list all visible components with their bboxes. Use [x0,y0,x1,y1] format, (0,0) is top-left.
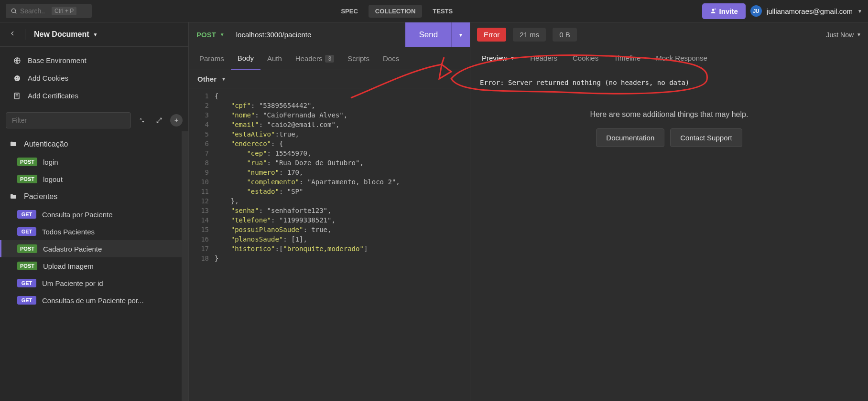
tab-scripts[interactable]: Scripts [341,47,376,70]
send-dropdown[interactable]: ▼ [451,22,470,47]
sidebar-item-add-cookies[interactable]: Add Cookies [0,69,188,87]
tab-headers[interactable]: Headers 3 [289,47,341,70]
method-badge: GET [17,296,36,305]
sidebar-scrollbar[interactable] [182,131,188,401]
method-badge: POST [17,262,37,270]
tree-item-label: login [43,158,58,166]
topbar-center-tabs: SPEC COLLECTION TESTS [92,5,702,18]
svg-point-5 [14,75,20,81]
invite-label: Invite [719,7,738,15]
tab-params[interactable]: Params [193,47,231,70]
method-badge: POST [17,158,37,166]
search-box[interactable]: Ctrl + P [6,4,92,18]
folder-autenticacao[interactable]: Autenticação [0,135,182,153]
tab-cookies[interactable]: Cookies [565,47,606,69]
svg-point-7 [18,77,19,78]
line-gutter: 123456789101112131415161718 [189,88,213,401]
tab-auth[interactable]: Auth [260,47,289,70]
chevron-down-icon: ▼ [221,76,226,82]
doc-title-dropdown[interactable]: New Document ▼ [34,30,98,39]
svg-point-6 [16,77,17,78]
chevron-down-icon: ▼ [857,32,861,37]
body-type-label: Other [197,75,217,83]
method-badge: POST [17,175,37,183]
tab-mock[interactable]: Mock Response [648,47,715,69]
search-input[interactable] [20,7,49,15]
divider [25,29,25,40]
invite-button[interactable]: Invite [702,3,746,19]
expand-icon [156,117,163,124]
sidebar-item-add-certificates[interactable]: Add Certificates [0,87,188,105]
response-body: Error: Server returned nothing (no heade… [470,69,868,401]
expand-button[interactable] [153,114,165,127]
filter-input[interactable] [6,112,131,128]
search-shortcut: Ctrl + P [52,7,76,15]
tab-body[interactable]: Body [231,47,260,70]
tree-item-consulta-paciente[interactable]: GET Consulta por Paciente [0,206,182,223]
sidebar-item-label: Base Environment [28,56,87,64]
folder-pacientes[interactable]: Pacientes [0,188,182,206]
tab-timeline[interactable]: Timeline [606,47,648,69]
method-label: POST [196,31,216,39]
tree-item-upload-imagem[interactable]: POST Upload Imagem [0,257,182,274]
back-button[interactable] [9,30,16,40]
error-message: Error: Server returned nothing (no heade… [480,79,858,86]
url-input[interactable] [232,31,406,39]
sidebar-item-label: Add Cookies [28,74,68,82]
tab-spec[interactable]: SPEC [334,5,364,18]
code-content[interactable]: { "cpf": "53895654442", "nome": "CaioFer… [213,88,470,401]
contact-support-button[interactable]: Contact Support [670,128,742,147]
user-menu-chevron-icon[interactable]: ▼ [857,9,862,14]
cookie-icon [13,74,21,82]
request-tree: Autenticação POST login POST logout Paci… [0,131,182,401]
chevron-down-icon: ▼ [458,32,463,38]
tree-item-login[interactable]: POST login [0,153,182,170]
tab-preview[interactable]: Preview ▼ [474,47,522,69]
tab-docs[interactable]: Docs [376,47,406,70]
tree-item-label: logout [43,175,63,183]
filter-row [0,109,188,131]
tree-item-consultas-paciente[interactable]: GET Consultas de um Paciente por... [0,292,182,309]
url-bar: POST ▼ Send ▼ [189,22,470,47]
documentation-button[interactable]: Documentation [596,128,664,147]
plus-icon [173,117,180,124]
size-badge: 0 B [553,28,577,42]
tree-item-label: Todos Pacientes [42,228,95,236]
invite-icon [710,8,716,14]
tab-tests[interactable]: TESTS [426,5,459,18]
search-icon [11,8,17,14]
tab-headers[interactable]: Headers [522,47,565,69]
folder-icon [10,193,17,200]
method-badge: GET [17,227,36,236]
code-editor[interactable]: 123456789101112131415161718 { "cpf": "53… [189,88,470,401]
tab-collection[interactable]: COLLECTION [369,5,423,18]
svg-point-2 [712,9,714,11]
globe-icon [13,57,21,64]
tree-item-logout[interactable]: POST logout [0,170,182,188]
folder-label: Pacientes [24,192,57,201]
help-message: Here are some additional things that may… [480,110,858,119]
tab-label: Preview [482,54,507,62]
tree-item-cadastro-paciente[interactable]: POST Cadastro Paciente [0,240,182,257]
avatar[interactable]: JU [750,5,762,17]
status-badge: Error [477,28,506,42]
topbar: Ctrl + P SPEC COLLECTION TESTS Invite JU… [0,0,868,22]
tree-item-todos-pacientes[interactable]: GET Todos Pacientes [0,223,182,240]
chevron-down-icon: ▼ [510,55,515,61]
response-history-dropdown[interactable]: Just Now ▼ [826,31,861,39]
tree-item-label: Consultas de um Paciente por... [42,296,144,305]
folder-icon [10,140,17,148]
send-button[interactable]: Send [405,22,451,47]
doc-title: New Document [34,30,89,39]
user-email[interactable]: jullianamoraes@gmail.com [767,7,853,15]
chevron-down-icon: ▼ [220,32,225,37]
method-selector[interactable]: POST ▼ [189,31,232,39]
response-when: Just Now [826,31,854,39]
tree-item-um-paciente[interactable]: GET Um Paciente por id [0,274,182,292]
body-type-selector[interactable]: Other ▼ [189,70,470,88]
method-badge: GET [17,210,36,219]
add-button[interactable] [170,114,183,127]
sidebar-item-base-environment[interactable]: Base Environment [0,52,188,69]
svg-point-0 [11,9,15,12]
sort-button[interactable] [136,114,148,127]
